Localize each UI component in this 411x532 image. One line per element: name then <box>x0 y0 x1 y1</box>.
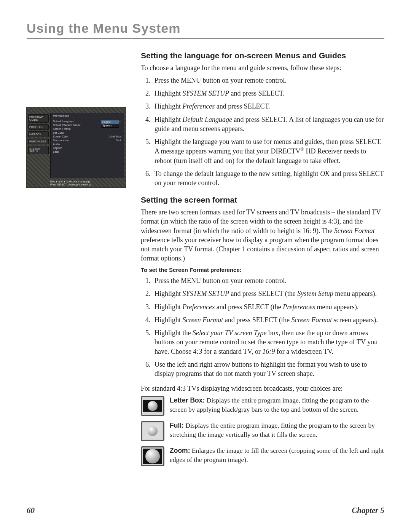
ss-hint: Use ▲ and ▼ to choose a language. Press … <box>50 180 123 186</box>
list-item: Highlight Preferences and press SELECT. <box>152 102 384 111</box>
ss-hint-line1: Use ▲ and ▼ to choose a language. <box>50 180 123 183</box>
ss-row-value: Cobalt Blue <box>108 135 121 138</box>
section2-intro: There are two screen formats used for TV… <box>141 208 384 263</box>
list-item: Highlight SYSTEM SETUP and press SELECT. <box>152 89 384 98</box>
choices-intro: For standard 4:3 TVs displaying widescre… <box>141 384 384 393</box>
ss-tab-purchases: PURCHASES <box>28 139 49 144</box>
ss-row-label: Translucency <box>53 139 68 142</box>
ss-opt-english: English <box>101 120 119 124</box>
ss-row-label: Default Language <box>53 120 74 123</box>
ss-opt-spanish: Spanish <box>101 124 119 127</box>
format-label: Full: <box>170 422 184 429</box>
list-item: To change the default language to the ne… <box>152 169 384 188</box>
letterbox-icon <box>141 396 164 416</box>
ss-row-label: Screen Format <box>53 128 70 130</box>
ss-row-label: Bar Color <box>53 131 64 134</box>
list-item: Highlight Preferences and press SELECT (… <box>152 302 384 312</box>
section1-intro: To choose a language for the menu and gu… <box>141 63 384 72</box>
full-icon <box>141 421 164 441</box>
list-item: Highlight Default Language and press SEL… <box>152 115 384 134</box>
screenshot-panel: Preferences Default LanguageEnglish Defa… <box>50 113 124 178</box>
ss-row-label: Default Channel Banner <box>53 124 81 126</box>
ss-row-label: Audio <box>53 143 60 145</box>
format-label: Zoom: <box>170 447 190 454</box>
zoom-icon <box>141 446 164 466</box>
section2-steps: Press the MENU button on your remote con… <box>141 276 384 379</box>
ss-language-dropdown: English Spanish <box>101 120 119 128</box>
preferences-screenshot: PROGRAM GUIDE PROFILES MAILBOX PURCHASES… <box>27 107 126 187</box>
section1-steps: Press the MENU button on your remote con… <box>141 76 384 188</box>
ss-row-value: Dark <box>116 139 121 142</box>
list-item: Highlight the Select your TV screen Type… <box>152 328 384 356</box>
section1-heading: Setting the language for on-screen Menus… <box>141 50 384 61</box>
format-desc: Enlarges the image to fill the screen (c… <box>170 447 384 463</box>
ss-hint-line2: Press SELECT to change the setting. <box>50 183 123 186</box>
format-row-letterbox: Letter Box: Displays the entire program … <box>141 396 384 416</box>
ss-tab-mailbox: MAILBOX <box>28 131 49 137</box>
format-desc: Displays the entire program image, fitti… <box>170 422 375 438</box>
format-row-full: Full: Displays the entire program image,… <box>141 421 384 441</box>
chapter-label: Chapter 5 <box>352 506 384 515</box>
page-header-title: Using the Menu System <box>27 21 384 36</box>
ss-row-label: Back <box>53 150 59 153</box>
ss-tab-program-guide: PROGRAM GUIDE <box>28 114 49 123</box>
ss-panel-title: Preferences <box>51 113 124 119</box>
list-item: Highlight the language you want to use f… <box>152 137 384 165</box>
page-number: 60 <box>27 506 35 515</box>
section2-subhead: To set the Screen Format preference: <box>141 266 384 274</box>
ss-tab-system-setup: SYSTEM SETUP <box>28 146 49 154</box>
ss-tab-profiles: PROFILES <box>28 124 49 130</box>
format-row-zoom: Zoom: Enlarges the image to fill the scr… <box>141 446 384 466</box>
ss-row-label: Screen Color <box>53 135 68 138</box>
ss-row-label: Caption <box>53 147 62 149</box>
format-label: Letter Box: <box>170 396 205 404</box>
header-rule <box>27 38 384 39</box>
list-item: Highlight SYSTEM SETUP and press SELECT … <box>152 289 384 298</box>
list-item: Use the left and right arrow buttons to … <box>152 360 384 379</box>
section2-heading: Setting the screen format <box>141 195 384 205</box>
list-item: Highlight Screen Format and press SELECT… <box>152 315 384 324</box>
screenshot-sidebar: PROGRAM GUIDE PROFILES MAILBOX PURCHASES… <box>28 114 49 154</box>
list-item: Press the MENU button on your remote con… <box>152 276 384 285</box>
list-item: Press the MENU button on your remote con… <box>152 76 384 85</box>
